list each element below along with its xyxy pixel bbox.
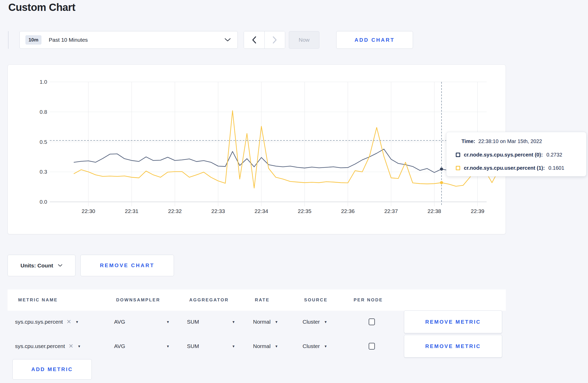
caret-down-icon: ▼ xyxy=(232,320,235,324)
svg-text:22:33: 22:33 xyxy=(211,208,225,214)
tooltip-series-row: cr.node.sys.cpu.sys.percent (0): 0.2732 xyxy=(456,152,580,158)
aggregator-select[interactable]: SUM xyxy=(187,343,199,349)
col-header-metric-name: METRIC NAME xyxy=(18,297,58,303)
svg-text:22:30: 22:30 xyxy=(82,208,95,214)
caret-down-icon: ▼ xyxy=(166,320,170,324)
source-select[interactable]: Cluster xyxy=(303,319,320,325)
tooltip-series-value: 0.2732 xyxy=(547,152,562,158)
chart-card: 0.00.30.50.81.022:3022:3122:3222:3322:34… xyxy=(8,65,506,234)
remove-metric-button[interactable]: REMOVE METRIC xyxy=(404,310,502,333)
page-title: Custom Chart xyxy=(8,2,75,13)
svg-text:22:35: 22:35 xyxy=(298,208,312,214)
svg-text:22:34: 22:34 xyxy=(255,208,268,214)
metric-row: sys.cpu.user.percent ✕ ▼ AVG ▼ SUM ▼ Nor… xyxy=(8,335,506,358)
metric-row: sys.cpu.sys.percent ✕ ▼ AVG ▼ SUM ▼ Norm… xyxy=(8,310,506,333)
series-swatch-icon xyxy=(456,153,460,157)
svg-text:0.8: 0.8 xyxy=(40,109,47,115)
tooltip-series-label: cr.node.sys.cpu.user.percent (1): xyxy=(464,165,545,171)
svg-text:22:32: 22:32 xyxy=(168,208,182,214)
caret-down-icon: ▼ xyxy=(166,344,170,348)
tooltip-series-label: cr.node.sys.cpu.sys.percent (0): xyxy=(464,152,543,158)
svg-text:22:37: 22:37 xyxy=(384,208,398,214)
tooltip-time-label: Time: xyxy=(461,138,475,144)
tooltip-time-row: Time: 22:38:10 on Mar 15th, 2022 xyxy=(456,138,580,144)
per-node-checkbox[interactable] xyxy=(369,343,375,350)
add-chart-button[interactable]: ADD CHART xyxy=(336,31,413,49)
time-range-label: Past 10 Minutes xyxy=(49,37,225,43)
chevron-left-icon xyxy=(252,36,256,44)
units-label: Units: Count xyxy=(20,263,53,269)
col-header-downsampler: DOWNSAMPLER xyxy=(116,297,160,303)
units-select[interactable]: Units: Count xyxy=(8,255,75,276)
caret-down-icon: ▼ xyxy=(275,344,278,348)
caret-down-icon[interactable]: ▼ xyxy=(75,320,79,324)
aggregator-select[interactable]: SUM xyxy=(187,319,199,325)
col-header-aggregator: AGGREGATOR xyxy=(189,297,229,303)
rate-select[interactable]: Normal xyxy=(253,343,271,349)
svg-text:22:31: 22:31 xyxy=(125,208,138,214)
toolbar-left-rule xyxy=(8,31,9,49)
svg-text:1.0: 1.0 xyxy=(40,79,47,85)
svg-text:0.0: 0.0 xyxy=(40,199,47,205)
prev-time-button[interactable] xyxy=(244,31,264,48)
caret-down-icon: ▼ xyxy=(324,344,327,348)
svg-text:22:39: 22:39 xyxy=(471,208,485,214)
time-range-select[interactable]: 10m Past 10 Minutes xyxy=(19,31,238,49)
source-select[interactable]: Cluster xyxy=(303,343,320,349)
col-header-rate: RATE xyxy=(255,297,270,303)
caret-down-icon: ▼ xyxy=(275,320,278,324)
metrics-table-header: METRIC NAME DOWNSAMPLER AGGREGATOR RATE … xyxy=(8,289,506,311)
metric-name-value[interactable]: sys.cpu.sys.percent xyxy=(15,319,63,325)
next-time-button[interactable] xyxy=(264,31,285,48)
caret-down-icon: ▼ xyxy=(324,320,327,324)
remove-chart-button[interactable]: REMOVE CHART xyxy=(80,255,174,276)
series-swatch-icon xyxy=(456,166,460,170)
svg-text:22:36: 22:36 xyxy=(341,208,355,214)
col-header-per-node: PER NODE xyxy=(354,297,383,303)
chevron-down-icon xyxy=(58,264,62,267)
chevron-down-icon xyxy=(225,38,231,42)
rate-select[interactable]: Normal xyxy=(253,319,271,325)
tooltip-series-value: 0.1601 xyxy=(548,165,564,171)
tooltip-time-value: 22:38:10 on Mar 15th, 2022 xyxy=(478,138,542,144)
time-nav-group xyxy=(244,31,285,49)
chevron-right-icon xyxy=(272,36,277,44)
caret-down-icon[interactable]: ▼ xyxy=(78,344,81,348)
clear-metric-icon[interactable]: ✕ xyxy=(66,318,71,325)
downsampler-select[interactable]: AVG xyxy=(114,319,125,325)
svg-text:22:38: 22:38 xyxy=(428,208,441,214)
downsampler-select[interactable]: AVG xyxy=(114,343,125,349)
col-header-source: SOURCE xyxy=(304,297,328,303)
metric-name-value[interactable]: sys.cpu.user.percent xyxy=(15,343,65,349)
tooltip-series-row: cr.node.sys.cpu.user.percent (1): 0.1601 xyxy=(456,165,580,171)
timeseries-chart[interactable]: 0.00.30.50.81.022:3022:3122:3222:3322:34… xyxy=(8,65,506,235)
per-node-checkbox[interactable] xyxy=(369,318,375,325)
now-button[interactable]: Now xyxy=(289,31,319,49)
svg-text:0.5: 0.5 xyxy=(40,139,47,145)
clear-metric-icon[interactable]: ✕ xyxy=(69,343,73,350)
time-range-badge: 10m xyxy=(25,35,41,45)
add-metric-button[interactable]: ADD METRIC xyxy=(12,359,92,380)
chart-hover-tooltip: Time: 22:38:10 on Mar 15th, 2022 cr.node… xyxy=(446,132,586,176)
remove-metric-button[interactable]: REMOVE METRIC xyxy=(404,335,502,358)
svg-text:0.3: 0.3 xyxy=(40,169,47,175)
caret-down-icon: ▼ xyxy=(232,344,235,348)
